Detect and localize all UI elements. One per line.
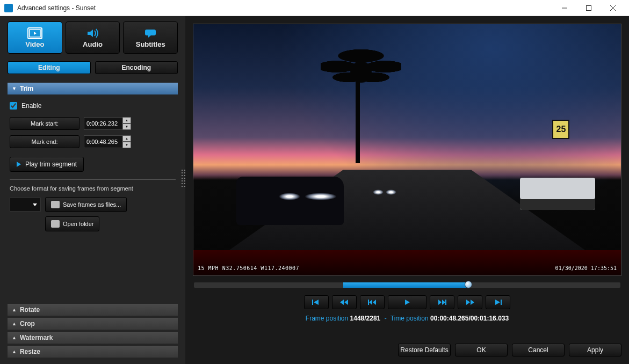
mark-end-spin-up[interactable]: ▲	[122, 135, 131, 142]
svg-rect-20	[445, 300, 446, 305]
enable-checkbox[interactable]	[10, 102, 17, 110]
mark-start-spin-up[interactable]: ▲	[122, 117, 131, 123]
section-resize-label: Resize	[20, 348, 40, 355]
save-frames-button[interactable]: Save frames as files...	[45, 197, 127, 212]
app-icon	[4, 4, 13, 12]
svg-marker-22	[471, 300, 474, 305]
tab-subtitles[interactable]: Subtitles	[123, 21, 178, 54]
svg-rect-10	[312, 300, 313, 305]
divider	[10, 179, 176, 180]
mark-end-input[interactable]	[84, 135, 122, 148]
svg-marker-19	[442, 300, 445, 305]
open-folder-label: Open folder	[63, 221, 93, 227]
svg-rect-8	[145, 30, 156, 35]
frame-position-label: Frame position	[306, 315, 348, 322]
enable-label: Enable	[21, 102, 41, 110]
skip-end-button[interactable]	[486, 295, 510, 309]
trim-range	[343, 282, 467, 288]
chevron-down-icon: ▼	[12, 86, 17, 91]
caret-down-icon	[33, 203, 37, 206]
svg-marker-17	[405, 300, 410, 305]
frame-info: Frame position 1448/2281 - Time position…	[193, 315, 621, 322]
cancel-button[interactable]: Cancel	[512, 344, 565, 356]
svg-marker-16	[373, 300, 376, 305]
minimize-button[interactable]	[552, 0, 576, 16]
section-crop-label: Crop	[20, 320, 35, 327]
fast-forward-button[interactable]	[458, 295, 482, 309]
enable-checkbox-row[interactable]: Enable	[10, 102, 176, 110]
speed-sign: 25	[552, 120, 569, 139]
film-icon	[27, 27, 42, 39]
trim-panel: Enable Mark start: ▲ ▼ Mark end: ▲	[8, 94, 178, 241]
sidebar: Video Audio Subtitles Editing Encoding ▼…	[0, 16, 185, 364]
mark-start-button[interactable]: Mark start:	[10, 117, 79, 130]
section-rotate-header[interactable]: ▲ Rotate	[8, 304, 178, 316]
overlay-gps: 15 MPH N32.750614 W117.240007	[198, 265, 299, 271]
maximize-button[interactable]	[576, 0, 601, 16]
section-rotate-label: Rotate	[20, 306, 40, 314]
next-frame-button[interactable]	[430, 295, 454, 309]
chevron-up-icon: ▲	[12, 321, 17, 326]
titlebar: Advanced settings - Sunset	[0, 0, 629, 16]
subtab-encoding[interactable]: Encoding	[95, 61, 178, 74]
ok-button[interactable]: OK	[455, 344, 508, 356]
rewind-button[interactable]	[332, 295, 357, 309]
content-area: 25 15 MPH N32.750614 W117.240007 01/30/2…	[185, 16, 629, 364]
save-frames-label: Save frames as files...	[63, 201, 121, 208]
format-hint: Choose format for saving frames from seg…	[10, 185, 176, 192]
svg-marker-13	[344, 300, 348, 305]
timeline-slider[interactable]	[194, 282, 620, 288]
playhead-thumb[interactable]	[465, 281, 472, 288]
play-icon	[17, 162, 21, 167]
tab-video[interactable]: Video	[8, 21, 62, 54]
time-position-label: Time position	[391, 315, 429, 322]
play-button[interactable]	[388, 295, 426, 309]
svg-marker-6	[34, 32, 37, 35]
svg-marker-12	[340, 300, 344, 305]
play-trim-segment-button[interactable]: Play trim segment	[10, 157, 84, 172]
chevron-up-icon: ▲	[12, 307, 17, 312]
subtab-editing[interactable]: Editing	[8, 61, 91, 74]
mark-end-button[interactable]: Mark end:	[10, 135, 79, 148]
chevron-up-icon: ▲	[12, 349, 17, 354]
section-watermark-label: Watermark	[20, 334, 53, 341]
close-button[interactable]	[601, 0, 625, 16]
section-watermark-header[interactable]: ▲ Watermark	[8, 332, 178, 344]
restore-defaults-button[interactable]: Restore Defaults	[398, 344, 451, 356]
apply-button[interactable]: Apply	[569, 344, 621, 356]
skip-start-button[interactable]	[304, 295, 329, 309]
splitter-handle[interactable]	[182, 170, 185, 187]
svg-rect-24	[501, 300, 502, 305]
mark-start-spin-down[interactable]: ▼	[122, 123, 131, 130]
tab-subtitles-label: Subtitles	[136, 40, 165, 48]
section-trim-header[interactable]: ▼ Trim	[8, 83, 178, 94]
svg-marker-23	[495, 300, 500, 305]
section-crop-header[interactable]: ▲ Crop	[8, 318, 178, 330]
svg-marker-7	[88, 30, 93, 37]
video-preview[interactable]: 25 15 MPH N32.750614 W117.240007 01/30/2…	[193, 24, 621, 276]
format-select[interactable]	[10, 198, 41, 212]
svg-marker-11	[314, 300, 319, 305]
mark-end-spin-down[interactable]: ▼	[122, 142, 131, 148]
tab-audio[interactable]: Audio	[66, 21, 120, 54]
play-trim-label: Play trim segment	[25, 161, 77, 168]
tab-audio-label: Audio	[83, 40, 103, 48]
overlay-timestamp: 01/30/2020 17:35:51	[555, 265, 617, 271]
window-title: Advanced settings - Sunset	[17, 4, 552, 12]
chevron-up-icon: ▲	[12, 335, 17, 340]
prev-frame-button[interactable]	[360, 295, 385, 309]
open-folder-button[interactable]: Open folder	[45, 216, 99, 231]
svg-rect-1	[586, 5, 591, 10]
svg-marker-15	[369, 300, 372, 305]
mark-start-input[interactable]	[84, 117, 122, 130]
svg-marker-18	[438, 300, 442, 305]
frame-position-value: 1448/2281	[350, 315, 381, 322]
time-position-value: 00:00:48.265/00:01:16.033	[430, 315, 509, 322]
save-icon	[51, 201, 60, 208]
svg-rect-14	[368, 300, 369, 305]
section-resize-header[interactable]: ▲ Resize	[8, 346, 178, 358]
svg-marker-21	[466, 300, 470, 305]
speaker-icon	[85, 27, 100, 39]
subtitle-icon	[143, 27, 158, 39]
folder-icon	[51, 220, 60, 228]
